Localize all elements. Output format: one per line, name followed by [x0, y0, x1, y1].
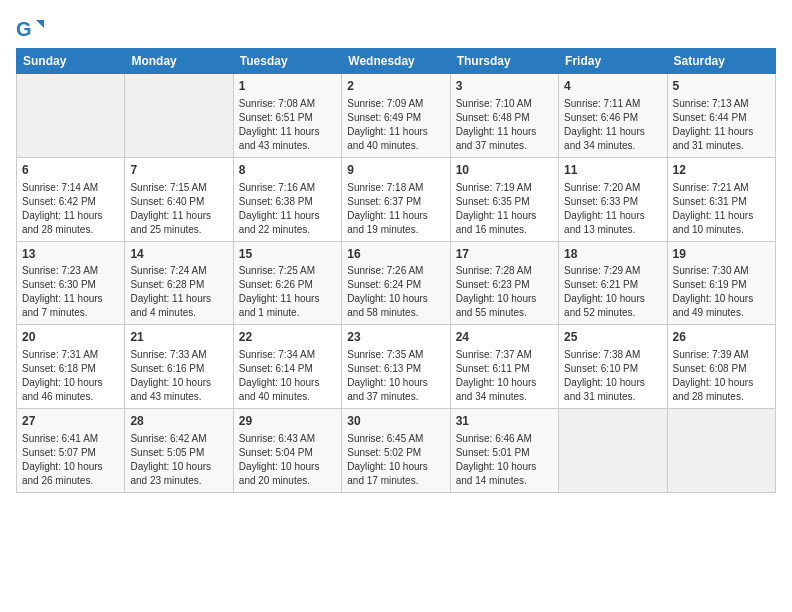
day-number: 24: [456, 329, 553, 346]
day-info: Sunrise: 7:34 AM Sunset: 6:14 PM Dayligh…: [239, 348, 336, 404]
day-number: 25: [564, 329, 661, 346]
day-info: Sunrise: 7:28 AM Sunset: 6:23 PM Dayligh…: [456, 264, 553, 320]
calendar-cell: [559, 409, 667, 493]
day-info: Sunrise: 6:45 AM Sunset: 5:02 PM Dayligh…: [347, 432, 444, 488]
day-info: Sunrise: 6:46 AM Sunset: 5:01 PM Dayligh…: [456, 432, 553, 488]
calendar-cell: 19Sunrise: 7:30 AM Sunset: 6:19 PM Dayli…: [667, 241, 775, 325]
day-number: 28: [130, 413, 227, 430]
day-info: Sunrise: 7:30 AM Sunset: 6:19 PM Dayligh…: [673, 264, 770, 320]
day-number: 1: [239, 78, 336, 95]
day-info: Sunrise: 7:11 AM Sunset: 6:46 PM Dayligh…: [564, 97, 661, 153]
calendar-cell: 25Sunrise: 7:38 AM Sunset: 6:10 PM Dayli…: [559, 325, 667, 409]
day-info: Sunrise: 6:43 AM Sunset: 5:04 PM Dayligh…: [239, 432, 336, 488]
calendar-cell: 23Sunrise: 7:35 AM Sunset: 6:13 PM Dayli…: [342, 325, 450, 409]
calendar-cell: 7Sunrise: 7:15 AM Sunset: 6:40 PM Daylig…: [125, 157, 233, 241]
svg-text:G: G: [16, 18, 32, 40]
calendar-cell: 1Sunrise: 7:08 AM Sunset: 6:51 PM Daylig…: [233, 74, 341, 158]
calendar-cell: 18Sunrise: 7:29 AM Sunset: 6:21 PM Dayli…: [559, 241, 667, 325]
weekday-header-thursday: Thursday: [450, 49, 558, 74]
day-number: 22: [239, 329, 336, 346]
day-number: 19: [673, 246, 770, 263]
calendar-cell: 9Sunrise: 7:18 AM Sunset: 6:37 PM Daylig…: [342, 157, 450, 241]
logo: G: [16, 16, 48, 44]
day-number: 30: [347, 413, 444, 430]
day-info: Sunrise: 7:24 AM Sunset: 6:28 PM Dayligh…: [130, 264, 227, 320]
calendar-cell: 24Sunrise: 7:37 AM Sunset: 6:11 PM Dayli…: [450, 325, 558, 409]
day-info: Sunrise: 7:13 AM Sunset: 6:44 PM Dayligh…: [673, 97, 770, 153]
weekday-header-saturday: Saturday: [667, 49, 775, 74]
day-info: Sunrise: 7:20 AM Sunset: 6:33 PM Dayligh…: [564, 181, 661, 237]
day-info: Sunrise: 7:39 AM Sunset: 6:08 PM Dayligh…: [673, 348, 770, 404]
day-info: Sunrise: 7:26 AM Sunset: 6:24 PM Dayligh…: [347, 264, 444, 320]
day-info: Sunrise: 7:19 AM Sunset: 6:35 PM Dayligh…: [456, 181, 553, 237]
day-number: 14: [130, 246, 227, 263]
day-number: 4: [564, 78, 661, 95]
day-info: Sunrise: 7:29 AM Sunset: 6:21 PM Dayligh…: [564, 264, 661, 320]
calendar-cell: [125, 74, 233, 158]
calendar-cell: 10Sunrise: 7:19 AM Sunset: 6:35 PM Dayli…: [450, 157, 558, 241]
weekday-header-sunday: Sunday: [17, 49, 125, 74]
calendar-cell: 28Sunrise: 6:42 AM Sunset: 5:05 PM Dayli…: [125, 409, 233, 493]
day-info: Sunrise: 7:38 AM Sunset: 6:10 PM Dayligh…: [564, 348, 661, 404]
day-number: 7: [130, 162, 227, 179]
calendar-cell: [667, 409, 775, 493]
calendar-cell: 5Sunrise: 7:13 AM Sunset: 6:44 PM Daylig…: [667, 74, 775, 158]
day-info: Sunrise: 7:15 AM Sunset: 6:40 PM Dayligh…: [130, 181, 227, 237]
day-number: 18: [564, 246, 661, 263]
day-number: 12: [673, 162, 770, 179]
calendar-cell: 30Sunrise: 6:45 AM Sunset: 5:02 PM Dayli…: [342, 409, 450, 493]
day-info: Sunrise: 7:31 AM Sunset: 6:18 PM Dayligh…: [22, 348, 119, 404]
calendar-cell: 13Sunrise: 7:23 AM Sunset: 6:30 PM Dayli…: [17, 241, 125, 325]
calendar-cell: 8Sunrise: 7:16 AM Sunset: 6:38 PM Daylig…: [233, 157, 341, 241]
day-number: 26: [673, 329, 770, 346]
day-number: 10: [456, 162, 553, 179]
calendar-cell: 31Sunrise: 6:46 AM Sunset: 5:01 PM Dayli…: [450, 409, 558, 493]
weekday-header-tuesday: Tuesday: [233, 49, 341, 74]
calendar-cell: 17Sunrise: 7:28 AM Sunset: 6:23 PM Dayli…: [450, 241, 558, 325]
day-info: Sunrise: 7:33 AM Sunset: 6:16 PM Dayligh…: [130, 348, 227, 404]
day-number: 20: [22, 329, 119, 346]
day-info: Sunrise: 7:18 AM Sunset: 6:37 PM Dayligh…: [347, 181, 444, 237]
calendar-cell: 12Sunrise: 7:21 AM Sunset: 6:31 PM Dayli…: [667, 157, 775, 241]
weekday-header-friday: Friday: [559, 49, 667, 74]
day-number: 3: [456, 78, 553, 95]
day-info: Sunrise: 7:23 AM Sunset: 6:30 PM Dayligh…: [22, 264, 119, 320]
day-number: 15: [239, 246, 336, 263]
day-info: Sunrise: 7:37 AM Sunset: 6:11 PM Dayligh…: [456, 348, 553, 404]
day-number: 9: [347, 162, 444, 179]
calendar-cell: 2Sunrise: 7:09 AM Sunset: 6:49 PM Daylig…: [342, 74, 450, 158]
day-info: Sunrise: 7:09 AM Sunset: 6:49 PM Dayligh…: [347, 97, 444, 153]
calendar-cell: 14Sunrise: 7:24 AM Sunset: 6:28 PM Dayli…: [125, 241, 233, 325]
day-number: 13: [22, 246, 119, 263]
calendar-cell: 4Sunrise: 7:11 AM Sunset: 6:46 PM Daylig…: [559, 74, 667, 158]
day-info: Sunrise: 6:41 AM Sunset: 5:07 PM Dayligh…: [22, 432, 119, 488]
day-number: 23: [347, 329, 444, 346]
day-info: Sunrise: 7:21 AM Sunset: 6:31 PM Dayligh…: [673, 181, 770, 237]
calendar-cell: 16Sunrise: 7:26 AM Sunset: 6:24 PM Dayli…: [342, 241, 450, 325]
day-number: 29: [239, 413, 336, 430]
calendar-cell: 26Sunrise: 7:39 AM Sunset: 6:08 PM Dayli…: [667, 325, 775, 409]
calendar-cell: 15Sunrise: 7:25 AM Sunset: 6:26 PM Dayli…: [233, 241, 341, 325]
calendar-cell: 20Sunrise: 7:31 AM Sunset: 6:18 PM Dayli…: [17, 325, 125, 409]
calendar-cell: [17, 74, 125, 158]
day-number: 2: [347, 78, 444, 95]
day-number: 16: [347, 246, 444, 263]
calendar-table: SundayMondayTuesdayWednesdayThursdayFrid…: [16, 48, 776, 493]
calendar-cell: 29Sunrise: 6:43 AM Sunset: 5:04 PM Dayli…: [233, 409, 341, 493]
weekday-header-wednesday: Wednesday: [342, 49, 450, 74]
day-number: 21: [130, 329, 227, 346]
day-info: Sunrise: 7:08 AM Sunset: 6:51 PM Dayligh…: [239, 97, 336, 153]
weekday-header-monday: Monday: [125, 49, 233, 74]
day-info: Sunrise: 6:42 AM Sunset: 5:05 PM Dayligh…: [130, 432, 227, 488]
calendar-cell: 11Sunrise: 7:20 AM Sunset: 6:33 PM Dayli…: [559, 157, 667, 241]
day-number: 11: [564, 162, 661, 179]
svg-marker-1: [36, 20, 44, 28]
calendar-cell: 21Sunrise: 7:33 AM Sunset: 6:16 PM Dayli…: [125, 325, 233, 409]
calendar-cell: 6Sunrise: 7:14 AM Sunset: 6:42 PM Daylig…: [17, 157, 125, 241]
day-info: Sunrise: 7:14 AM Sunset: 6:42 PM Dayligh…: [22, 181, 119, 237]
day-info: Sunrise: 7:25 AM Sunset: 6:26 PM Dayligh…: [239, 264, 336, 320]
day-info: Sunrise: 7:10 AM Sunset: 6:48 PM Dayligh…: [456, 97, 553, 153]
calendar-cell: 27Sunrise: 6:41 AM Sunset: 5:07 PM Dayli…: [17, 409, 125, 493]
day-number: 17: [456, 246, 553, 263]
day-info: Sunrise: 7:35 AM Sunset: 6:13 PM Dayligh…: [347, 348, 444, 404]
